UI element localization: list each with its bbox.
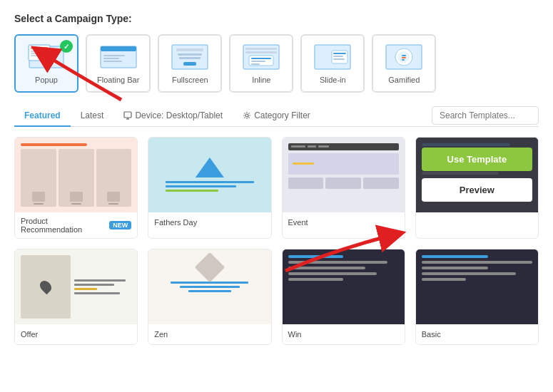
svg-rect-7 bbox=[101, 46, 136, 51]
template-label-row-product-rec: Product Recommendation NEW bbox=[15, 212, 137, 238]
template-name-zen: Zen bbox=[154, 330, 168, 339]
template-label-row-win: Win bbox=[283, 324, 405, 344]
campaign-type-inline[interactable]: Inline bbox=[229, 34, 293, 93]
templates-grid-row1: Product Recommendation NEW Fathers Day bbox=[14, 137, 539, 239]
template-card-win[interactable]: Win bbox=[282, 249, 405, 345]
new-badge-product-rec: NEW bbox=[109, 221, 131, 229]
fullscreen-label: Fullscreen bbox=[169, 76, 210, 84]
svg-rect-14 bbox=[179, 57, 201, 59]
template-label-row-basic: Basic bbox=[416, 324, 538, 344]
template-thumb-fathers-day bbox=[148, 138, 270, 212]
svg-rect-20 bbox=[251, 58, 271, 59]
template-card-event[interactable]: Event bbox=[282, 137, 405, 239]
template-label-row-event: Event bbox=[283, 212, 405, 232]
template-card-overlay[interactable]: Use Template Preview bbox=[415, 137, 539, 239]
svg-rect-32 bbox=[402, 57, 406, 58]
campaign-type-floating-bar[interactable]: Floating Bar bbox=[86, 34, 151, 93]
template-label-row-overlay bbox=[416, 212, 538, 232]
preview-button[interactable]: Preview bbox=[422, 178, 532, 202]
template-thumb-event bbox=[283, 138, 405, 212]
page: Select a Campaign Type: ✓ Popup bbox=[0, 0, 553, 392]
templates-grid-row2: Offer Zen bbox=[14, 249, 539, 345]
template-name-fathers-day: Fathers Day bbox=[154, 218, 197, 227]
template-label-row-fathers-day: Fathers Day bbox=[148, 212, 270, 232]
template-label-row-offer: Offer bbox=[15, 324, 137, 344]
template-thumb-offer bbox=[15, 249, 137, 324]
template-name-product-rec: Product Recommendation bbox=[21, 217, 105, 234]
svg-rect-15 bbox=[183, 62, 196, 66]
svg-rect-31 bbox=[402, 55, 406, 56]
gear-icon bbox=[243, 111, 251, 120]
tab-featured[interactable]: Featured bbox=[14, 105, 71, 127]
campaign-type-slide-in[interactable]: Slide-in bbox=[300, 34, 365, 93]
template-label-row-zen: Zen bbox=[148, 324, 270, 344]
template-overlay: Use Template Preview bbox=[416, 138, 538, 212]
template-thumb-basic bbox=[416, 249, 538, 324]
template-name-basic: Basic bbox=[422, 330, 441, 339]
template-card-zen[interactable]: Zen bbox=[148, 249, 271, 345]
svg-rect-22 bbox=[251, 63, 260, 65]
svg-rect-18 bbox=[245, 51, 277, 53]
gamified-label: Gamified bbox=[383, 76, 425, 84]
template-thumb-product-rec bbox=[15, 138, 137, 212]
campaign-type-gamified[interactable]: Gamified bbox=[372, 34, 436, 93]
search-input[interactable] bbox=[432, 106, 539, 125]
monitor-icon bbox=[123, 111, 132, 120]
svg-point-37 bbox=[245, 114, 248, 117]
svg-rect-12 bbox=[176, 48, 203, 51]
svg-rect-5 bbox=[31, 55, 42, 56]
tab-latest[interactable]: Latest bbox=[71, 105, 114, 127]
svg-rect-10 bbox=[103, 61, 122, 62]
inline-icon bbox=[242, 43, 280, 71]
template-thumb-zen bbox=[148, 249, 270, 324]
tab-category-label: Category Filter bbox=[254, 110, 310, 120]
inline-label: Inline bbox=[240, 76, 282, 84]
fullscreen-icon bbox=[171, 43, 209, 71]
template-thumb-win bbox=[283, 249, 405, 324]
floating-bar-icon bbox=[99, 43, 138, 71]
template-card-offer[interactable]: Offer bbox=[14, 249, 138, 345]
template-name-offer: Offer bbox=[21, 330, 38, 339]
selected-check-icon: ✓ bbox=[60, 40, 73, 53]
tab-device-label: Device: Desktop/Tablet bbox=[135, 110, 223, 120]
svg-rect-2 bbox=[31, 47, 48, 49]
svg-rect-26 bbox=[333, 56, 343, 57]
use-template-button[interactable]: Use Template bbox=[422, 148, 532, 171]
svg-rect-3 bbox=[31, 51, 48, 52]
template-card-fathers-day[interactable]: Fathers Day bbox=[148, 137, 271, 239]
floating-bar-label: Floating Bar bbox=[97, 76, 139, 84]
template-name-win: Win bbox=[288, 330, 302, 339]
gamified-icon bbox=[385, 43, 423, 71]
slide-in-icon bbox=[313, 43, 352, 71]
svg-rect-13 bbox=[178, 53, 202, 56]
svg-rect-21 bbox=[251, 61, 265, 62]
tab-category[interactable]: Category Filter bbox=[233, 105, 320, 125]
template-name-event: Event bbox=[288, 218, 308, 227]
svg-rect-9 bbox=[103, 58, 119, 59]
svg-rect-33 bbox=[402, 59, 405, 61]
popup-label: Popup bbox=[26, 76, 67, 84]
svg-rect-4 bbox=[31, 53, 48, 54]
svg-rect-27 bbox=[333, 58, 345, 60]
svg-rect-8 bbox=[103, 55, 125, 56]
svg-rect-17 bbox=[245, 48, 277, 50]
tabs-bar: Featured Latest Device: Desktop/Tablet C… bbox=[14, 105, 539, 127]
template-card-basic[interactable]: Basic bbox=[415, 249, 539, 345]
tab-device[interactable]: Device: Desktop/Tablet bbox=[113, 105, 233, 125]
svg-rect-34 bbox=[124, 112, 131, 118]
template-card-product-rec[interactable]: Product Recommendation NEW bbox=[14, 137, 138, 239]
svg-rect-25 bbox=[333, 53, 346, 54]
campaign-type-fullscreen[interactable]: Fullscreen bbox=[158, 34, 222, 93]
template-thumb-overlay: Use Template Preview bbox=[416, 138, 538, 212]
slide-in-label: Slide-in bbox=[312, 76, 353, 84]
campaign-types: ✓ Popup bbox=[14, 34, 539, 93]
section-title: Select a Campaign Type: bbox=[14, 13, 539, 24]
campaign-type-popup[interactable]: ✓ Popup bbox=[14, 34, 78, 93]
